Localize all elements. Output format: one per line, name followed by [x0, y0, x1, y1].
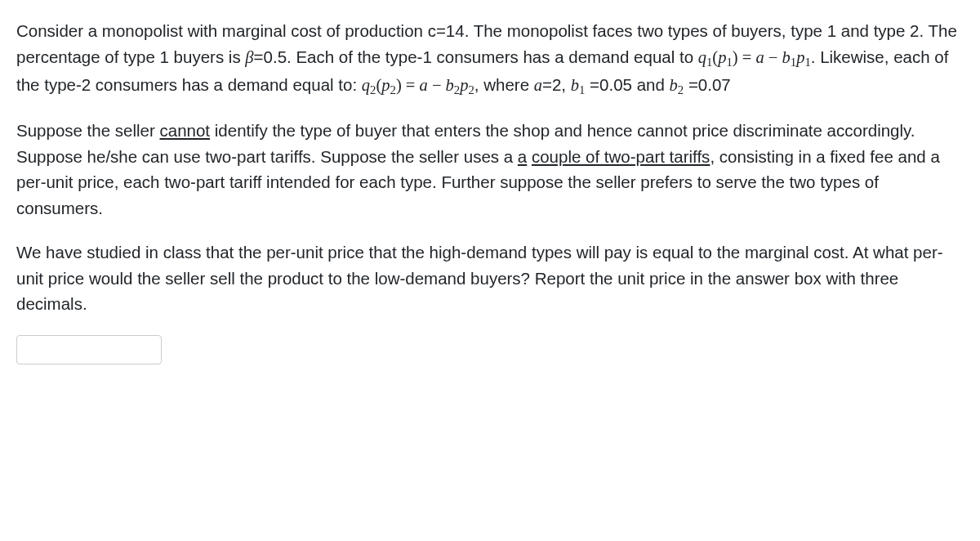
underline-a: a	[518, 147, 527, 166]
text: =0.5. Each of the type-1 consumers has a…	[254, 47, 698, 66]
underline-cannot: cannot	[160, 121, 211, 140]
eq1: q1(p1) = a − b1p1	[698, 48, 811, 66]
b2: b2	[670, 76, 684, 94]
b1: b1	[571, 76, 586, 94]
text: =2,	[542, 75, 571, 94]
beta: β	[245, 48, 253, 66]
a-eq: a	[534, 76, 542, 94]
text: , where	[474, 75, 534, 94]
underline-couple: couple of two-part tariffs	[532, 147, 710, 166]
text: =0.07	[684, 75, 731, 94]
eq2: q2(p2) = a − b2p2	[362, 76, 474, 94]
paragraph-3: We have studied in class that the per-un…	[16, 239, 964, 317]
answer-input[interactable]	[16, 335, 162, 364]
text: Suppose the seller	[16, 121, 160, 140]
paragraph-1: Consider a monopolist with marginal cost…	[16, 18, 964, 100]
paragraph-2: Suppose the seller cannot identify the t…	[16, 118, 964, 221]
text: =0.05 and	[585, 75, 669, 94]
